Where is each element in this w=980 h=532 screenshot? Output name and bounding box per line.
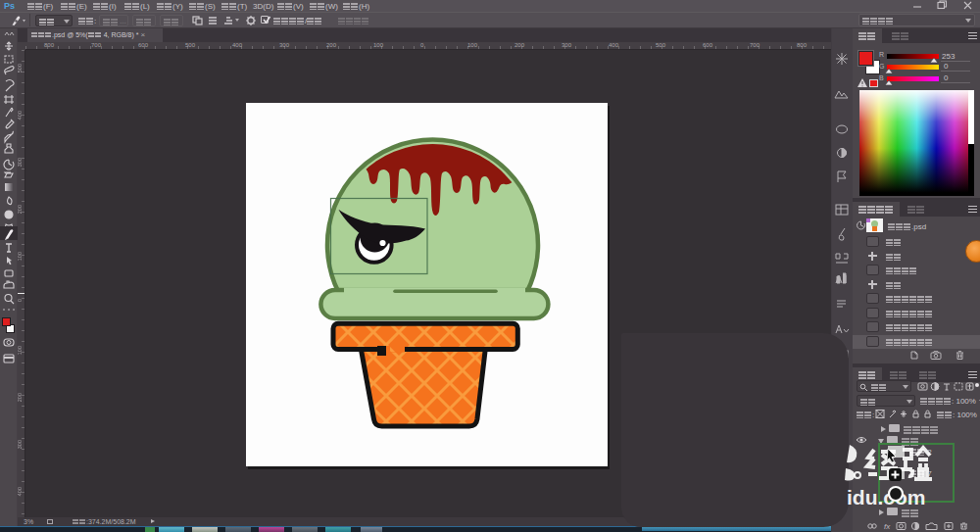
svg-text:fx: fx xyxy=(884,522,891,531)
